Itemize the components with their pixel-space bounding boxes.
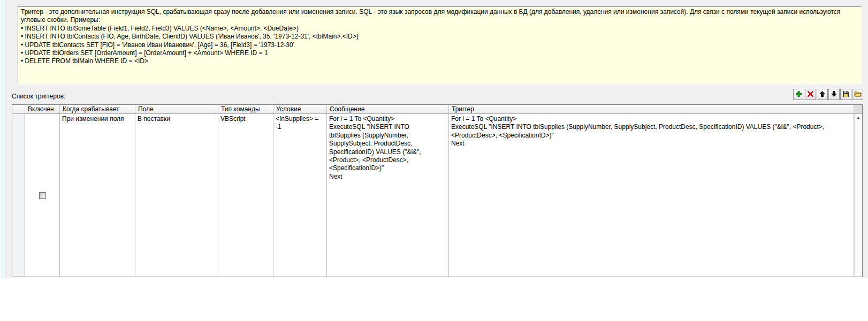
enabled-checkbox[interactable] [39, 192, 46, 199]
scroll-up-icon[interactable]: ▲ [857, 116, 861, 119]
help-example: • DELETE FROM tblMain WHERE ID = <ID> [21, 57, 858, 65]
trigger-dialog: Триггер - это дополнительная инструкция … [6, 0, 868, 278]
vertical-scrollbar[interactable]: ▲ [854, 114, 862, 277]
header-condition[interactable]: Условие [273, 105, 327, 113]
table-body: При изменении поля В поставки VBScript <… [12, 114, 862, 277]
arrow-up-icon [819, 90, 826, 99]
bullet-icon: • [21, 49, 23, 57]
bullet-icon: • [21, 41, 23, 49]
header-message[interactable]: Сообщение [327, 105, 449, 113]
move-up-button[interactable] [817, 89, 828, 100]
help-example: • INSERT INTO tblSomeTable (Field1, Fiel… [21, 25, 858, 33]
trigger-toolbar [793, 89, 863, 100]
trigger-list-label: Список триггеров: [12, 93, 65, 100]
arrow-down-icon [831, 90, 837, 99]
help-example-text: UPDATE tblContacts SET [FIO] = 'Иванов И… [25, 41, 294, 49]
help-example: • INSERT INTO tblContacts (FIO, Age, Bir… [21, 33, 858, 41]
help-example-text: UPDATE tblOrders SET [OrderAmount] = [Or… [25, 49, 268, 57]
help-example-text: DELETE FROM tblMain WHERE ID = <ID> [25, 57, 148, 65]
x-icon [807, 90, 814, 99]
plus-icon [795, 90, 802, 99]
header-enabled[interactable]: Включен [25, 105, 60, 113]
bullet-icon: • [21, 57, 23, 65]
help-intro: Триггер - это дополнительная инструкция … [21, 8, 858, 25]
folder-open-icon [854, 90, 862, 98]
save-button[interactable] [840, 89, 851, 100]
window-edge-strip [0, 0, 5, 278]
field-cell[interactable]: В поставки [135, 114, 218, 277]
help-example-text: INSERT INTO tblContacts (FIO, Age, Birth… [25, 33, 359, 40]
help-example: • UPDATE tblContacts SET [FIO] = 'Иванов… [21, 41, 858, 49]
bullet-icon: • [21, 33, 23, 40]
header-command-type[interactable]: Тип команды [218, 105, 273, 113]
help-example: • UPDATE tblOrders SET [OrderAmount] = [… [21, 49, 858, 57]
move-down-button[interactable] [828, 89, 840, 100]
floppy-icon [842, 90, 849, 99]
trigger-table: Включен Когда срабатывает Поле Тип коман… [12, 104, 863, 277]
bullet-icon: • [21, 25, 23, 32]
message-cell[interactable]: For i = 1 To <Quantity> ExecuteSQL "INSE… [327, 114, 449, 277]
delete-trigger-button[interactable] [805, 89, 816, 100]
header-selector [12, 105, 25, 113]
help-example-text: INSERT INTO tblSomeTable (Field1, Field2… [25, 25, 299, 32]
trigger-help-box: Триггер - это дополнительная инструкция … [18, 6, 862, 85]
when-fires-cell[interactable]: При изменении поля [60, 114, 135, 277]
trigger-settings-screen: Триггер - это дополнительная инструкция … [0, 0, 868, 321]
header-scrollbar-corner [854, 105, 862, 113]
header-when-fires[interactable]: Когда срабатывает [60, 105, 135, 113]
header-field[interactable]: Поле [135, 105, 218, 113]
table-header-row: Включен Когда срабатывает Поле Тип коман… [12, 105, 862, 114]
condition-cell[interactable]: <InSupplies> = -1 [273, 114, 327, 277]
trigger-code-cell[interactable]: For i = 1 To <Quantity> ExecuteSQL "INSE… [449, 114, 854, 277]
add-trigger-button[interactable] [793, 89, 804, 100]
header-trigger[interactable]: Триггер [449, 105, 854, 113]
load-button[interactable] [852, 89, 863, 100]
command-type-cell[interactable]: VBScript [218, 114, 273, 277]
enabled-cell[interactable] [25, 114, 60, 277]
row-selector-cell[interactable] [12, 114, 25, 277]
